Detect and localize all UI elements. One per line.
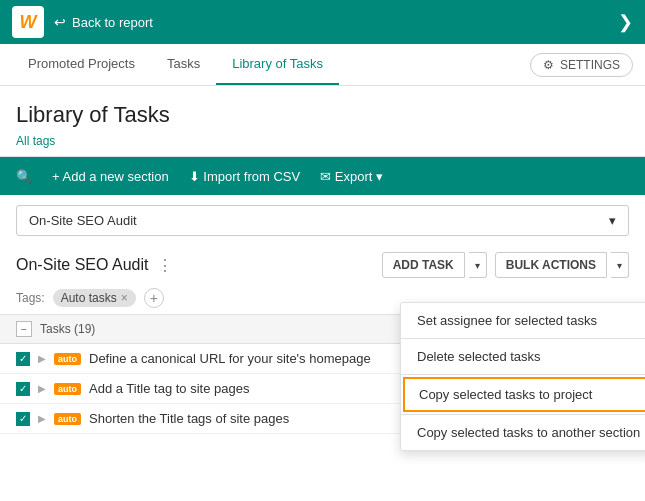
search-icon: 🔍 (16, 169, 32, 184)
context-menu-wrapper: Set assignee for selected tasks Delete s… (400, 302, 645, 451)
top-navigation: W ↩ Back to report ❯ (0, 0, 645, 44)
remove-tag-icon[interactable]: × (121, 291, 128, 305)
context-menu-copy-to-project[interactable]: Copy selected tasks to project (403, 377, 645, 412)
add-task-arrow-button[interactable]: ▾ (469, 252, 487, 278)
top-nav-left: W ↩ Back to report (12, 6, 153, 38)
collapse-icon[interactable]: ❯ (618, 11, 633, 33)
expand-icon-2[interactable]: ▶ (38, 383, 46, 394)
task-text-3: Shorten the Title tags of site pages (89, 411, 289, 426)
task-checkbox-3[interactable]: ✓ (16, 412, 30, 426)
tab-bar: Promoted Projects Tasks Library of Tasks… (0, 44, 645, 86)
tab-promoted-projects[interactable]: Promoted Projects (12, 44, 151, 85)
auto-badge-2: auto (54, 383, 81, 395)
page-header: Library of Tasks All tags (0, 86, 645, 157)
section-title: On-Site SEO Audit ⋮ (16, 256, 173, 275)
section-actions: ADD TASK ▾ BULK ACTIONS ▾ (382, 252, 629, 278)
add-tag-button[interactable]: + (144, 288, 164, 308)
export-button[interactable]: ✉ Export ▾ (320, 169, 383, 184)
bulk-actions-button[interactable]: BULK ACTIONS (495, 252, 607, 278)
chevron-down-icon: ▾ (609, 213, 616, 228)
auto-badge-1: auto (54, 353, 81, 365)
tags-label: Tags: (16, 291, 45, 305)
expand-icon-3[interactable]: ▶ (38, 413, 46, 424)
task-checkbox-2[interactable]: ✓ (16, 382, 30, 396)
task-text-1: Define a canonical URL for your site's h… (89, 351, 371, 366)
back-link[interactable]: ↩ Back to report (54, 14, 153, 30)
import-csv-button[interactable]: ⬇ Import from CSV (189, 169, 300, 184)
search-button[interactable]: 🔍 (16, 169, 32, 184)
add-task-button[interactable]: ADD TASK (382, 252, 465, 278)
context-menu-copy-to-section[interactable]: Copy selected tasks to another section (401, 415, 645, 450)
tag-chip-auto-tasks: Auto tasks × (53, 289, 136, 307)
section-dropdown-container: On-Site SEO Audit ▾ (0, 195, 645, 246)
add-section-button[interactable]: + Add a new section (52, 169, 169, 184)
more-options-icon[interactable]: ⋮ (157, 256, 173, 275)
bulk-actions-arrow-button[interactable]: ▾ (611, 252, 629, 278)
tabs: Promoted Projects Tasks Library of Tasks (12, 44, 339, 85)
page-title: Library of Tasks (16, 102, 629, 128)
collapse-button[interactable]: − (16, 321, 32, 337)
context-menu: Set assignee for selected tasks Delete s… (400, 302, 645, 451)
context-menu-set-assignee[interactable]: Set assignee for selected tasks (401, 303, 645, 338)
all-tags-link[interactable]: All tags (16, 134, 629, 148)
context-menu-delete[interactable]: Delete selected tasks (401, 339, 645, 374)
tab-tasks[interactable]: Tasks (151, 44, 216, 85)
action-toolbar: 🔍 + Add a new section ⬇ Import from CSV … (0, 157, 645, 195)
tab-library-of-tasks[interactable]: Library of Tasks (216, 44, 339, 85)
gear-icon: ⚙ (543, 58, 554, 72)
back-arrow-icon: ↩ (54, 14, 66, 30)
context-menu-divider-2 (401, 374, 645, 375)
settings-button[interactable]: ⚙ SETTINGS (530, 53, 633, 77)
section-header: On-Site SEO Audit ⋮ ADD TASK ▾ BULK ACTI… (0, 246, 645, 284)
wrike-logo: W (12, 6, 44, 38)
task-checkbox-1[interactable]: ✓ (16, 352, 30, 366)
task-text-2: Add a Title tag to site pages (89, 381, 249, 396)
section-dropdown[interactable]: On-Site SEO Audit ▾ (16, 205, 629, 236)
expand-icon-1[interactable]: ▶ (38, 353, 46, 364)
auto-badge-3: auto (54, 413, 81, 425)
